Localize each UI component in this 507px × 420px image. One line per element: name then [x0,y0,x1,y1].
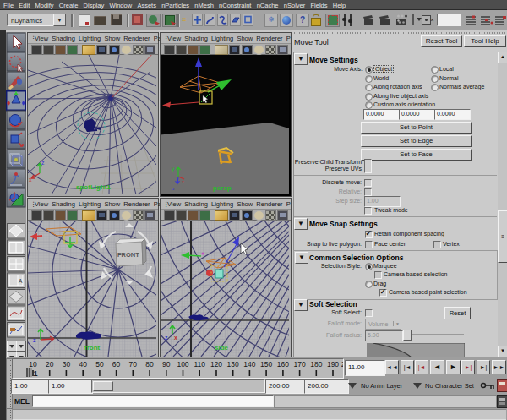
svg-text:110: 110 [194,360,205,368]
svg-text:80: 80 [145,360,154,368]
svg-text:170: 170 [294,360,306,368]
svg-text:90: 90 [162,360,171,368]
svg-text:130: 130 [227,360,239,368]
svg-text:x: x [174,335,177,341]
svg-text:A: A [19,278,23,284]
svg-text:140: 140 [243,360,255,368]
svg-text:50: 50 [95,360,104,368]
svg-text:30: 30 [63,360,71,368]
svg-text:120: 120 [210,360,222,368]
svg-text:150: 150 [260,360,272,368]
svg-text:z: z [172,186,175,191]
svg-text:60: 60 [112,360,121,368]
svg-text:2: 2 [341,360,343,368]
svg-text:1: 1 [33,369,37,378]
svg-text:z: z [41,160,45,166]
svg-text:100: 100 [177,360,188,368]
svg-text:20: 20 [46,360,54,368]
svg-text:70: 70 [129,360,138,368]
svg-text:front: front [84,344,101,352]
svg-text:FRONT: FRONT [117,251,139,259]
svg-text:side: side [215,344,229,352]
svg-text:x: x [29,177,32,183]
svg-text:spotLight1: spotLight1 [76,183,111,191]
svg-text:z: z [33,337,36,343]
svg-text:40: 40 [79,360,87,368]
svg-text:z: z [165,335,168,341]
svg-text:190: 190 [327,360,339,368]
svg-text:10: 10 [29,360,37,368]
svg-text:180: 180 [310,360,322,368]
svg-text:x: x [182,179,184,184]
svg-text:y: y [172,166,175,172]
svg-text:160: 160 [277,360,289,368]
svg-text:persp: persp [213,184,232,192]
